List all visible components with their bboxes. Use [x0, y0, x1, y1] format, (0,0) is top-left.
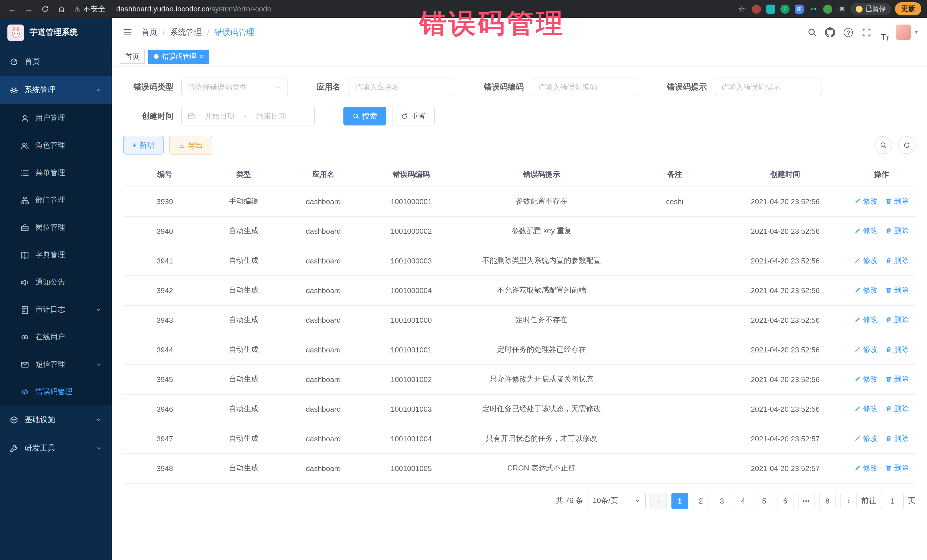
page-size-select[interactable]: 10条/页: [588, 492, 646, 509]
sidebar-item-system[interactable]: 系统管理: [0, 76, 112, 104]
cell-code: 1001001002: [366, 364, 457, 394]
sidebar-item-error-codes[interactable]: 错误码管理: [0, 378, 112, 405]
screen: 错误码管理 ← → ⚠ 不安全 dashboard.yudao.iocoder.…: [0, 0, 927, 560]
edit-link[interactable]: 修改: [854, 315, 878, 325]
start-date-input[interactable]: [199, 112, 240, 120]
extension-icon-4[interactable]: ▦: [795, 4, 804, 14]
delete-link[interactable]: 删除: [885, 404, 909, 414]
page-button-6[interactable]: 6: [777, 492, 793, 509]
extension-icon-5[interactable]: [823, 4, 832, 14]
extension-icon-2[interactable]: [766, 4, 775, 14]
fullscreen-icon[interactable]: [858, 23, 876, 41]
date-range-picker[interactable]: -: [181, 107, 315, 126]
goto-page-input[interactable]: [881, 492, 904, 509]
sidebar-item-roles[interactable]: 角色管理: [0, 132, 112, 159]
reload-icon[interactable]: [39, 3, 51, 15]
toggle-search-button[interactable]: [874, 136, 892, 154]
bookmark-star-icon[interactable]: ☆: [736, 3, 748, 15]
more-pages-button[interactable]: •••: [798, 492, 815, 509]
sidebar-item-sms[interactable]: 短信管理: [0, 351, 112, 378]
edit-link[interactable]: 修改: [854, 285, 878, 295]
sidebar-item-users[interactable]: 用户管理: [0, 104, 112, 132]
edit-link[interactable]: 修改: [854, 433, 878, 444]
security-indicator[interactable]: ⚠ 不安全: [72, 4, 108, 14]
delete-link[interactable]: 删除: [885, 255, 909, 266]
cell-time: 2021-04-20 23:52:56: [723, 216, 847, 246]
trash-icon: [885, 376, 892, 382]
sidebar-item-menus[interactable]: 菜单管理: [0, 159, 112, 187]
sidebar-item-infrastructure[interactable]: 基础设施: [0, 405, 112, 434]
user-avatar[interactable]: [894, 23, 912, 41]
page-button-1[interactable]: 1: [672, 492, 688, 509]
next-page-button[interactable]: ›: [840, 492, 857, 509]
help-icon[interactable]: ?: [839, 23, 858, 41]
edit-link[interactable]: 修改: [854, 374, 878, 384]
end-date-input[interactable]: [251, 112, 292, 120]
code-icon: [21, 387, 29, 396]
header-search-icon[interactable]: [803, 23, 821, 41]
reset-button[interactable]: 重置: [392, 107, 435, 126]
edit-link[interactable]: 修改: [854, 255, 878, 266]
sidebar-item-audit-log[interactable]: 审计日志: [0, 296, 112, 323]
edit-link[interactable]: 修改: [854, 344, 878, 355]
edit-link[interactable]: 修改: [854, 404, 878, 414]
cell-hint: 只有开启状态的任务，才可以修改: [457, 424, 626, 453]
error-code-input[interactable]: [538, 83, 632, 91]
extension-icon-on[interactable]: on: [809, 4, 818, 14]
sidebar-item-home[interactable]: 首页: [0, 47, 112, 76]
extension-icon-1[interactable]: [752, 4, 761, 14]
search-button[interactable]: 搜索: [343, 107, 386, 126]
home-icon[interactable]: [55, 3, 68, 15]
tab-error-codes[interactable]: 错误码管理 ×: [148, 49, 209, 64]
tab-home[interactable]: 首页: [120, 49, 145, 64]
error-type-select[interactable]: 请选择错误码类型: [181, 77, 288, 96]
delete-link[interactable]: 删除: [885, 315, 909, 325]
sidebar-item-departments[interactable]: 部门管理: [0, 187, 112, 214]
page-button-8[interactable]: 8: [819, 492, 836, 509]
sidebar-item-announcements[interactable]: 通知公告: [0, 269, 112, 296]
prev-page-button[interactable]: ‹: [650, 492, 667, 509]
github-icon[interactable]: [821, 23, 839, 41]
cell-remark: [626, 246, 723, 275]
extension-icon-3[interactable]: ✓: [780, 4, 790, 14]
add-button[interactable]: + 新增: [123, 136, 163, 155]
breadcrumb-home[interactable]: 首页: [141, 27, 158, 37]
puzzle-icon[interactable]: ▣: [837, 4, 846, 14]
cell-type: 手动编辑: [207, 187, 281, 216]
sidebar-item-positions[interactable]: 岗位管理: [0, 214, 112, 241]
font-size-icon[interactable]: TT: [876, 23, 894, 41]
paused-badge[interactable]: 已暂停: [851, 3, 891, 15]
delete-link[interactable]: 删除: [885, 433, 909, 444]
browser-update-button[interactable]: 更新: [895, 2, 921, 15]
delete-link[interactable]: 删除: [885, 374, 909, 384]
delete-link[interactable]: 删除: [885, 226, 909, 236]
delete-link[interactable]: 删除: [885, 285, 909, 295]
delete-link[interactable]: 删除: [885, 463, 909, 473]
page-button-4[interactable]: 4: [735, 492, 751, 509]
sidebar-item-online-users[interactable]: 在线用户: [0, 323, 112, 351]
page-button-3[interactable]: 3: [714, 492, 730, 509]
app-name-input[interactable]: [355, 83, 449, 91]
edit-link[interactable]: 修改: [854, 196, 878, 206]
sidebar-toggle-icon[interactable]: [121, 26, 134, 38]
refresh-table-button[interactable]: [898, 136, 916, 154]
sidebar-item-dictionary[interactable]: 字典管理: [0, 241, 112, 269]
page-button-5[interactable]: 5: [756, 492, 772, 509]
delete-link[interactable]: 删除: [885, 196, 909, 206]
error-hint-input[interactable]: [721, 83, 815, 91]
forward-icon[interactable]: →: [22, 3, 35, 15]
page-unit-label: 页: [908, 496, 916, 506]
sidebar-item-dev-tools[interactable]: 研发工具: [0, 434, 112, 463]
page-button-2[interactable]: 2: [693, 492, 709, 509]
pencil-icon: [854, 376, 861, 382]
close-tab-icon[interactable]: ×: [200, 53, 204, 60]
edit-link[interactable]: 修改: [854, 463, 878, 473]
breadcrumb-system[interactable]: 系统管理: [170, 27, 202, 37]
breadcrumb-current: 错误码管理: [214, 27, 254, 37]
delete-link[interactable]: 删除: [885, 344, 909, 355]
back-icon[interactable]: ←: [6, 3, 18, 15]
export-button[interactable]: 导出: [169, 136, 212, 155]
avatar-caret-icon[interactable]: ▾: [915, 29, 918, 36]
edit-link[interactable]: 修改: [854, 226, 878, 236]
chevron-down-icon: [95, 306, 102, 313]
